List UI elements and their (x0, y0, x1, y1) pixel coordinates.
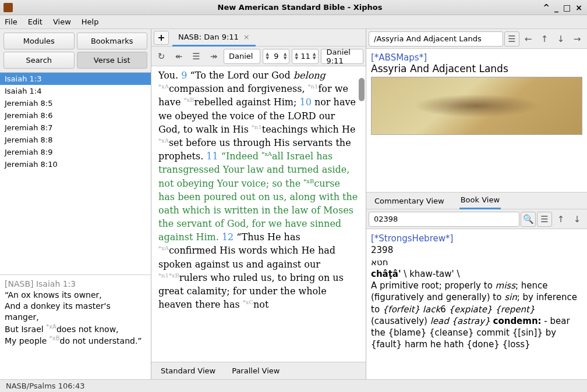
list-item[interactable]: Jeremiah 8:8 (0, 134, 151, 146)
list-item[interactable]: Jeremiah 8:7 (0, 122, 151, 134)
menu-help[interactable]: Help (82, 17, 99, 26)
dict-down-icon[interactable]: ↓ (570, 212, 585, 227)
forward-icon[interactable]: ↠ (206, 49, 221, 64)
menu-icon[interactable]: ☰ (504, 31, 519, 47)
chapter-spinner[interactable]: ▲▼9▲▼ (263, 49, 289, 64)
list-item[interactable]: Jeremiah 8:9 (0, 146, 151, 158)
tab-close-icon[interactable]: × (243, 33, 250, 41)
menu-view[interactable]: View (53, 17, 71, 26)
modules-button[interactable]: Modules (3, 33, 75, 49)
map-image (371, 77, 582, 135)
list-item[interactable]: Jeremiah 8:5 (0, 97, 151, 109)
underscore-icon[interactable]: _ (554, 3, 558, 12)
map-title: Assyria And Adjacent Lands (371, 63, 582, 74)
hebrew-text: חטא (371, 256, 582, 268)
definition: A primitive root; properly to miss; henc… (371, 280, 582, 351)
dict-module-label: [*StrongsHebrew*] (371, 233, 582, 244)
dict-up-icon[interactable]: ↑ (553, 212, 568, 227)
tab-book-view[interactable]: Book View (459, 192, 501, 209)
scrollbar[interactable] (359, 78, 365, 101)
title-bar: New American Standard Bible - Xiphos ^ _… (0, 0, 587, 15)
list-item[interactable]: Jeremiah 8:10 (0, 158, 151, 170)
back-icon[interactable]: ↞ (171, 49, 186, 64)
refresh-icon[interactable]: ↻ (154, 49, 169, 64)
preview-line: But Israel *xAdoes not know, (5, 323, 146, 335)
map-module-label: [*ABSMaps*] (371, 52, 582, 63)
dictionary-pane: [*StrongsHebrew*] 2398 חטא châṭâ' \ khaw… (366, 229, 587, 379)
menu-file[interactable]: File (5, 17, 17, 26)
maximize-icon[interactable]: □ (563, 3, 571, 12)
tab-commentary-view[interactable]: Commentary View (373, 193, 445, 209)
list-item[interactable]: Isaiah 1:3 (0, 73, 151, 85)
tab-standard-view[interactable]: Standard View (161, 366, 215, 375)
nav-up-icon[interactable]: ↑ (537, 31, 552, 47)
preview-pane: [NASB] Isaiah 1:3 “An ox knows its owner… (0, 275, 151, 379)
new-tab-button[interactable]: + (154, 31, 169, 45)
menu-edit[interactable]: Edit (28, 17, 43, 26)
preview-line: “An ox knows its owner, (5, 290, 146, 301)
verse-spinner[interactable]: ▲▼11▲▼ (292, 49, 319, 64)
strongs-number: 2398 (371, 244, 582, 256)
scripture-pane[interactable]: You. 9 “To the Lord our God belong *xAco… (151, 66, 366, 362)
map-pane: [*ABSMaps*] Assyria And Adjacent Lands (366, 49, 587, 192)
nav-forward-icon[interactable]: → (570, 31, 585, 47)
nav-back-icon[interactable]: ← (521, 31, 536, 47)
dict-query-input[interactable]: 02398 (369, 212, 519, 227)
preview-line: My people *xBdo not understand.” (5, 334, 146, 347)
menubar: File Edit View Help (0, 15, 587, 29)
nav-down-icon[interactable]: ↓ (553, 31, 568, 47)
close-icon[interactable]: × (575, 3, 582, 12)
status-text: NASB/Psalms 106:43 (6, 382, 84, 390)
location-input[interactable]: Daniel 9:11 (321, 49, 363, 64)
map-path-input[interactable]: /Assyria And Adjacent Lands (369, 31, 503, 47)
preview-line: And a donkey its master's manger, (5, 301, 146, 323)
status-bar: NASB/Psalms 106:43 (0, 379, 587, 392)
list-item[interactable]: Isaiah 1:4 (0, 85, 151, 97)
menu-icon[interactable]: ☰ (189, 49, 204, 64)
verse-list[interactable]: Isaiah 1:3Isaiah 1:4Jeremiah 8:5Jeremiah… (0, 72, 151, 275)
list-item[interactable]: Jeremiah 8:6 (0, 109, 151, 122)
tab-label: NASB: Dan 9:11 (178, 33, 239, 41)
verselist-button[interactable]: Verse List (77, 52, 148, 69)
transliteration: châṭâ' \ khaw-taw' \ (371, 268, 582, 280)
window-title: New American Standard Bible - Xiphos (16, 3, 584, 12)
preview-reference: [NASB] Isaiah 1:3 (5, 279, 146, 290)
bookmarks-button[interactable]: Bookmarks (77, 33, 148, 49)
menu-icon[interactable]: ☰ (537, 212, 552, 227)
search-button[interactable]: Search (3, 52, 75, 69)
tab-nasb-dan[interactable]: NASB: Dan 9:11 × (172, 29, 256, 47)
search-icon[interactable]: 🔍 (521, 212, 536, 227)
minimize-icon[interactable]: ^ (543, 3, 550, 12)
book-input[interactable]: Daniel (224, 49, 260, 64)
tab-parallel-view[interactable]: Parallel View (232, 366, 280, 375)
app-icon (3, 3, 13, 12)
